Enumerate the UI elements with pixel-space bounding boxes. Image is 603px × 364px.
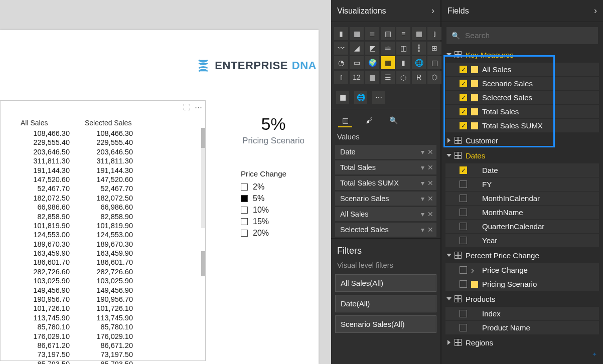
remove-icon[interactable]: ✕ xyxy=(427,163,433,171)
viz-type-icon[interactable]: ▭ xyxy=(350,56,364,69)
table-row[interactable]: 103,025.90103,025.90 xyxy=(1,276,205,285)
field-checkbox[interactable] xyxy=(460,310,467,317)
field-checkbox[interactable] xyxy=(460,180,467,188)
arcgis-icon[interactable]: 🌐 xyxy=(354,91,367,104)
viz-type-icon[interactable]: ▤ xyxy=(427,56,441,69)
table-row[interactable]: 229,555.40229,555.40 xyxy=(1,138,205,147)
slicer-option[interactable]: 10% xyxy=(241,204,316,216)
remove-icon[interactable]: ✕ xyxy=(427,226,433,234)
viz-type-icon[interactable]: ▤ xyxy=(381,27,395,40)
field-item[interactable]: Total Sales SUMX xyxy=(445,119,599,132)
expand-icon[interactable] xyxy=(446,254,451,257)
field-item[interactable]: Year xyxy=(445,234,599,247)
slicer-option[interactable]: 2% xyxy=(241,181,316,193)
field-checkbox[interactable] xyxy=(460,108,467,115)
vertical-scrollbar[interactable] xyxy=(201,128,205,228)
remove-icon[interactable]: ✕ xyxy=(427,179,433,187)
viz-type-icon[interactable]: ⩸ xyxy=(381,42,395,55)
table-row[interactable]: 73,197.5073,197.50 xyxy=(1,350,205,359)
slicer-option[interactable]: 5% xyxy=(241,193,316,204)
viz-type-icon[interactable]: ◌ xyxy=(396,71,410,84)
table-visual[interactable]: ⛶ ⋯ All Sales Selected Sales 108,466.301… xyxy=(0,100,206,361)
table-row[interactable]: 191,144.30191,144.30 xyxy=(1,166,205,175)
field-checkbox[interactable] xyxy=(460,280,467,288)
viz-type-icon[interactable]: ▦ xyxy=(381,56,395,69)
viz-type-icon[interactable]: ▦ xyxy=(412,27,426,40)
viz-type-icon[interactable]: ◫ xyxy=(396,42,410,55)
field-item[interactable]: Date xyxy=(445,163,599,177)
search-input[interactable] xyxy=(465,31,593,40)
chevron-down-icon[interactable]: ▾ xyxy=(421,210,424,218)
viz-type-icon[interactable]: R xyxy=(412,71,426,84)
viz-type-icon[interactable]: ┇ xyxy=(412,42,426,55)
col-header-selected-sales[interactable]: Selected Sales xyxy=(76,119,136,127)
collapse-icon[interactable]: › xyxy=(594,6,597,16)
fields-table-header[interactable]: Percent Price Change xyxy=(443,248,601,263)
chevron-down-icon[interactable]: ▾ xyxy=(421,148,424,156)
filter-card[interactable]: Date(All) xyxy=(335,295,436,312)
checkbox-icon[interactable] xyxy=(241,184,248,191)
filter-card[interactable]: All Sales(All) xyxy=(335,274,436,292)
field-checkbox[interactable] xyxy=(460,80,467,87)
format-mode-icon[interactable]: 🖌 xyxy=(362,114,376,127)
collapse-icon[interactable]: › xyxy=(431,6,434,16)
field-item[interactable]: Selected Sales xyxy=(445,91,599,104)
field-item[interactable]: Pricing Scenario xyxy=(445,277,599,291)
table-row[interactable]: 311,811.30311,811.30 xyxy=(1,156,205,165)
table-row[interactable]: 52,467.7052,467.70 xyxy=(1,184,205,193)
table-row[interactable]: 101,726.10101,726.10 xyxy=(1,304,205,313)
field-checkbox[interactable] xyxy=(460,223,467,230)
resize-handle[interactable] xyxy=(201,251,205,276)
field-checkbox[interactable] xyxy=(460,166,467,174)
table-row[interactable]: 66,986.6066,986.60 xyxy=(1,203,205,212)
table-row[interactable]: 176,029.10176,029.10 xyxy=(1,332,205,341)
fields-table-header[interactable]: Products xyxy=(443,291,601,306)
field-checkbox[interactable] xyxy=(460,122,467,129)
field-well-item[interactable]: Total Sales SUMX▾✕ xyxy=(335,176,436,190)
field-item[interactable]: MonthName xyxy=(445,206,599,219)
table-row[interactable]: 147,520.60147,520.60 xyxy=(1,175,205,184)
viz-type-icon[interactable]: ≣ xyxy=(365,27,379,40)
field-checkbox[interactable] xyxy=(460,66,467,73)
report-page[interactable]: ENTERPRISE DNA ⛶ ⋯ All Sales Selected Sa… xyxy=(0,30,319,364)
table-row[interactable]: 190,956.70190,956.70 xyxy=(1,295,205,304)
field-item[interactable]: All Sales xyxy=(445,63,599,76)
viz-type-icon[interactable]: ⫿ xyxy=(427,27,441,40)
field-item[interactable]: QuarterInCalendar xyxy=(445,220,599,233)
viz-type-icon[interactable]: ▥ xyxy=(350,27,364,40)
more-visuals-icon[interactable]: ⋯ xyxy=(372,91,385,104)
expand-icon[interactable] xyxy=(446,53,451,56)
filter-card[interactable]: Scenario Sales(All) xyxy=(335,315,436,333)
checkbox-icon[interactable] xyxy=(241,207,248,214)
viz-type-icon[interactable]: ◩ xyxy=(365,42,379,55)
table-row[interactable]: 82,858.9082,858.90 xyxy=(1,212,205,221)
custom-visual-icon[interactable]: ▦ xyxy=(336,91,349,104)
field-well-item[interactable]: All Sales▾✕ xyxy=(335,207,436,221)
visualizations-header[interactable]: Visualizations › xyxy=(331,0,440,22)
fields-table-header[interactable]: Regions xyxy=(443,335,601,350)
checkbox-icon[interactable] xyxy=(241,195,248,202)
field-item[interactable]: Index xyxy=(445,307,599,320)
field-item[interactable]: MonthInCalendar xyxy=(445,192,599,205)
viz-type-icon[interactable]: ▮ xyxy=(396,56,410,69)
field-item[interactable]: Product Name xyxy=(445,321,599,334)
expand-icon[interactable] xyxy=(446,297,451,300)
viz-type-icon[interactable]: ◔ xyxy=(334,56,348,69)
remove-icon[interactable]: ✕ xyxy=(427,210,433,218)
table-row[interactable]: 86,671.2086,671.20 xyxy=(1,341,205,350)
values-well[interactable]: Date▾✕Total Sales▾✕Total Sales SUMX▾✕Sce… xyxy=(331,145,440,237)
viz-type-icon[interactable]: 12 xyxy=(350,71,364,84)
table-row[interactable]: 108,466.30108,466.30 xyxy=(1,129,205,138)
field-item[interactable]: Price Change xyxy=(445,263,599,277)
table-row[interactable]: 282,726.60282,726.60 xyxy=(1,267,205,276)
field-checkbox[interactable] xyxy=(460,237,467,244)
col-header-all-sales[interactable]: All Sales xyxy=(21,119,76,127)
chevron-down-icon[interactable]: ▾ xyxy=(421,195,424,203)
table-row[interactable]: 101,819.90101,819.90 xyxy=(1,221,205,230)
more-options-icon[interactable]: ⋯ xyxy=(195,103,202,112)
table-row[interactable]: 85,793.5085,793.50 xyxy=(1,359,205,364)
field-checkbox[interactable] xyxy=(460,324,467,331)
field-well-item[interactable]: Selected Sales▾✕ xyxy=(335,223,436,237)
fields-search[interactable]: 🔍 xyxy=(446,27,598,44)
viz-type-icon[interactable]: ⬡ xyxy=(427,71,441,84)
